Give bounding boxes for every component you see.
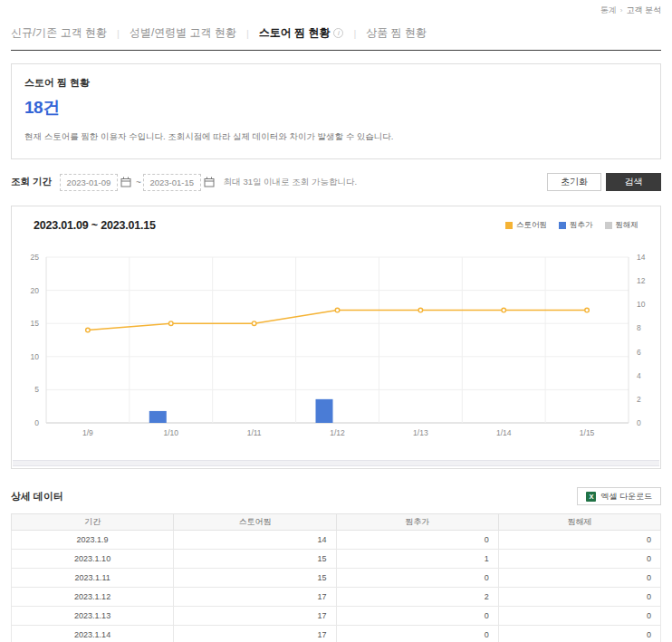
svg-text:1/13: 1/13 bbox=[413, 428, 428, 437]
svg-text:0: 0 bbox=[34, 418, 39, 427]
summary-card: 스토어 찜 현황 18건 현재 스토어를 찜한 이용자 수입니다. 조회시점에 … bbox=[11, 63, 661, 159]
chart-card: 2023.01.09 ~ 2023.01.15 스토어찜 찜추가 찜해제 051… bbox=[11, 206, 661, 469]
legend-swatch-gray bbox=[605, 222, 612, 229]
cell-value: 17 bbox=[174, 588, 336, 607]
legend-label: 찜해제 bbox=[616, 220, 639, 231]
legend-item-favorite-removed[interactable]: 찜해제 bbox=[605, 220, 639, 231]
excel-download-button[interactable]: X 엑셀 다운로드 bbox=[577, 487, 661, 505]
svg-text:15: 15 bbox=[31, 319, 40, 328]
summary-description: 현재 스토어를 찜한 이용자 수입니다. 조회시점에 따라 실제 데이터와 차이… bbox=[24, 131, 648, 143]
svg-text:8: 8 bbox=[637, 323, 641, 332]
cell-value: 0 bbox=[498, 607, 660, 626]
breadcrumb: 통계 › 고객 분석 bbox=[11, 0, 661, 16]
summary-value: 18건 bbox=[24, 96, 648, 120]
svg-text:25: 25 bbox=[31, 253, 40, 262]
svg-text:14: 14 bbox=[637, 253, 646, 262]
svg-text:5: 5 bbox=[34, 385, 39, 394]
svg-text:10: 10 bbox=[31, 352, 40, 361]
cell-value: 1 bbox=[336, 550, 498, 569]
svg-text:1/9: 1/9 bbox=[82, 428, 93, 437]
search-button[interactable]: 검색 bbox=[606, 173, 661, 191]
tab-bar: 신규/기존 고객 현황 | 성별/연령별 고객 현황 | 스토어 찜 현황 i … bbox=[11, 25, 661, 51]
cell-period: 2023.1.14 bbox=[12, 626, 174, 642]
svg-text:6: 6 bbox=[637, 348, 641, 357]
table-row: 2023.1.101510 bbox=[12, 550, 661, 569]
chart-legend: 스토어찜 찜추가 찜해제 bbox=[505, 220, 638, 231]
breadcrumb-parent[interactable]: 통계 bbox=[600, 5, 617, 16]
tab-divider: | bbox=[353, 28, 356, 39]
calendar-icon bbox=[120, 177, 131, 187]
table-row: 2023.1.111500 bbox=[12, 569, 661, 588]
svg-text:1/10: 1/10 bbox=[164, 428, 179, 437]
detail-data-table: 기간 스토어찜 찜추가 찜해제 2023.1.914002023.1.10151… bbox=[11, 513, 661, 642]
page: 통계 › 고객 분석 신규/기존 고객 현황 | 성별/연령별 고객 현황 | … bbox=[0, 0, 672, 642]
column-header-store-favorite: 스토어찜 bbox=[174, 514, 336, 531]
legend-swatch-orange bbox=[505, 222, 513, 229]
svg-text:1/11: 1/11 bbox=[247, 428, 262, 437]
svg-text:4: 4 bbox=[637, 371, 641, 380]
cell-value: 15 bbox=[174, 550, 336, 569]
svg-text:12: 12 bbox=[637, 276, 646, 285]
excel-icon: X bbox=[586, 492, 596, 502]
table-header-row: 기간 스토어찜 찜추가 찜해제 bbox=[12, 514, 661, 531]
end-date-calendar-button[interactable] bbox=[201, 177, 217, 187]
detail-header: 상세 데이터 X 엑셀 다운로드 bbox=[11, 487, 661, 505]
chart-title: 2023.01.09 ~ 2023.01.15 bbox=[34, 219, 156, 232]
start-date-input[interactable] bbox=[60, 174, 118, 191]
table-row: 2023.1.131700 bbox=[12, 607, 661, 626]
filter-row: 조회 기간 ~ 최대 31일 이내로 조회 가능합니다. 초기화 검색 bbox=[11, 173, 661, 191]
svg-text:10: 10 bbox=[637, 300, 646, 309]
legend-swatch-blue bbox=[559, 222, 566, 229]
legend-item-store-favorite[interactable]: 스토어찜 bbox=[505, 220, 547, 231]
detail-section-title: 상세 데이터 bbox=[11, 490, 63, 503]
end-date-input[interactable] bbox=[143, 174, 201, 191]
cell-value: 0 bbox=[498, 531, 660, 550]
svg-text:1/12: 1/12 bbox=[330, 428, 345, 437]
cell-value: 0 bbox=[498, 550, 660, 569]
breadcrumb-current[interactable]: 고객 분석 bbox=[626, 5, 661, 16]
cell-period: 2023.1.10 bbox=[12, 550, 174, 569]
combo-chart: 0510152025024681012141/91/101/111/121/13… bbox=[12, 242, 660, 452]
date-range-hint: 최대 31일 이내로 조회 가능합니다. bbox=[224, 177, 357, 188]
svg-text:20: 20 bbox=[31, 286, 40, 295]
tab-product-favorites[interactable]: 상품 찜 현황 bbox=[366, 25, 427, 41]
cell-period: 2023.1.9 bbox=[12, 531, 174, 550]
legend-label: 찜추가 bbox=[570, 220, 593, 231]
cell-value: 0 bbox=[498, 588, 660, 607]
excel-download-label: 엑셀 다운로드 bbox=[600, 491, 652, 503]
tab-gender-age-customers[interactable]: 성별/연령별 고객 현황 bbox=[130, 25, 236, 41]
column-header-favorite-added: 찜추가 bbox=[336, 514, 498, 531]
table-row: 2023.1.121720 bbox=[12, 588, 661, 607]
reset-button[interactable]: 초기화 bbox=[547, 173, 601, 191]
cell-value: 17 bbox=[174, 607, 336, 626]
cell-value: 0 bbox=[336, 626, 498, 642]
cell-value: 0 bbox=[336, 569, 498, 588]
tab-store-favorites-label: 스토어 찜 현황 bbox=[259, 25, 331, 41]
table-row: 2023.1.141700 bbox=[12, 626, 661, 642]
calendar-icon bbox=[204, 177, 215, 187]
legend-label: 스토어찜 bbox=[516, 220, 547, 231]
cell-value: 15 bbox=[174, 569, 336, 588]
tab-new-existing-customers[interactable]: 신규/기존 고객 현황 bbox=[11, 25, 107, 41]
date-range-tilde: ~ bbox=[136, 177, 141, 187]
cell-value: 2 bbox=[336, 588, 498, 607]
cell-value: 17 bbox=[174, 626, 336, 642]
info-icon[interactable]: i bbox=[333, 28, 343, 38]
column-header-period: 기간 bbox=[12, 514, 174, 531]
cell-value: 0 bbox=[336, 531, 498, 550]
table-row: 2023.1.91400 bbox=[12, 531, 661, 550]
legend-item-favorite-added[interactable]: 찜추가 bbox=[559, 220, 593, 231]
column-header-favorite-removed: 찜해제 bbox=[498, 514, 660, 531]
tab-store-favorites[interactable]: 스토어 찜 현황 i bbox=[259, 25, 344, 41]
svg-text:1/14: 1/14 bbox=[496, 428, 512, 437]
tab-divider: | bbox=[117, 28, 120, 39]
tab-divider: | bbox=[246, 28, 249, 39]
cell-value: 0 bbox=[336, 607, 498, 626]
chart-header: 2023.01.09 ~ 2023.01.15 스토어찜 찜추가 찜해제 bbox=[12, 219, 660, 232]
cell-period: 2023.1.11 bbox=[12, 569, 174, 588]
cell-value: 14 bbox=[174, 531, 336, 550]
start-date-calendar-button[interactable] bbox=[118, 177, 134, 187]
svg-text:1/15: 1/15 bbox=[580, 428, 595, 437]
chart-horizontal-scrollbar[interactable] bbox=[13, 460, 659, 466]
svg-text:2: 2 bbox=[637, 395, 641, 404]
